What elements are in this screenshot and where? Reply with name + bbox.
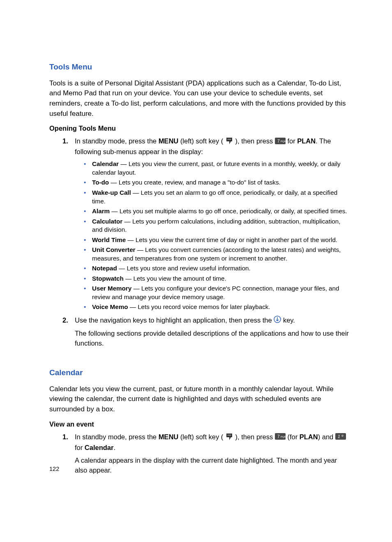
cal-step1-following: A calendar appears in the display with t… (75, 456, 351, 475)
step1-text-c: ), then press (235, 138, 275, 145)
svg-point-0 (228, 139, 228, 140)
list-item: Wake-up Call — Lets you set an alarm to … (92, 189, 351, 205)
cal-step1-text-e: ) and (318, 433, 335, 441)
cal-step1-text-a: In standby mode, press the (75, 433, 159, 441)
subheading-opening-tools: Opening Tools Menu (49, 124, 351, 133)
section-tools-menu: Tools Menu Tools is a suite of Personal … (49, 62, 351, 348)
svg-text:7: 7 (277, 434, 280, 439)
svg-point-8 (229, 435, 230, 436)
submenu-name: Calculator (92, 218, 122, 225)
svg-text:7: 7 (277, 139, 280, 143)
list-item: Calendar — Lets you view the current, pa… (92, 160, 351, 177)
key-7-icon: 7PQRS (275, 433, 286, 442)
subheading-view-event: View an event (49, 420, 351, 429)
submenu-desc: — Lets you store and review useful infor… (117, 265, 251, 272)
softkey-icon (225, 432, 233, 443)
cal-step1-text-c: ), then press (235, 433, 275, 441)
submenu-name: Calendar (92, 160, 119, 167)
submenu-desc: — Lets you create, review, and manage a … (109, 179, 281, 186)
step2-text-a: Use the navigation keys to highlight an … (75, 316, 274, 324)
step1-menu-bold: MENU (159, 138, 179, 145)
svg-text:1: 1 (338, 434, 340, 439)
svg-point-7 (228, 435, 228, 436)
svg-text:PQRS: PQRS (281, 436, 286, 438)
step1-text-b: (left) soft key ( (178, 138, 223, 145)
key-7-icon: 7PQRS (275, 137, 286, 147)
list-item: Calculator — Lets you perform calculatio… (92, 217, 351, 234)
svg-point-9 (230, 435, 231, 436)
heading-calendar: Calendar (49, 367, 351, 378)
submenu-name: Voice Memo (92, 303, 128, 310)
svg-rect-13 (335, 433, 346, 440)
cal-step1-calendar-bold: Calendar (85, 444, 114, 451)
softkey-icon (225, 136, 233, 147)
submenu-desc: — Lets you view the current, past, or fu… (92, 160, 341, 176)
cal-step1-text-f: for (75, 444, 85, 451)
step1-plan-bold: PLAN (297, 138, 316, 145)
submenu-name: Unit Converter (92, 246, 135, 253)
submenu-desc: — Lets you view the current time of day … (126, 236, 337, 243)
tools-step-1: 1. In standby mode, press the MENU (left… (75, 136, 351, 311)
tools-step-2: 2. Use the navigation keys to highlight … (75, 316, 351, 349)
step1-text-d: for (287, 138, 297, 145)
submenu-name: Alarm (92, 208, 110, 214)
section-calendar: Calendar Calendar lets you view the curr… (49, 367, 351, 475)
list-item: User Memory — Lets you configure your de… (92, 284, 351, 301)
list-item: Voice Memo — Lets you record voice memos… (92, 303, 351, 311)
svg-point-2 (230, 139, 231, 140)
submenu-desc: — Lets you record voice memos for later … (128, 303, 270, 310)
step2-following: The following sections provide detailed … (75, 329, 351, 348)
navigation-key-icon (274, 316, 281, 325)
step2-text-b: key. (283, 316, 295, 324)
submenu-name: Stopwatch (92, 275, 124, 282)
heading-tools-menu: Tools Menu (49, 62, 351, 73)
svg-point-1 (229, 139, 230, 140)
cal-step1-text-g: . (113, 444, 115, 451)
manual-page: Tools Menu Tools is a suite of Personal … (0, 0, 392, 497)
step-number: 2. (62, 316, 68, 325)
submenu-name: World Time (92, 236, 126, 243)
submenu-desc: — Lets you set multiple alarms to go off… (110, 208, 347, 214)
list-item: World Time — Lets you view the current t… (92, 236, 351, 244)
svg-text:@: @ (341, 434, 344, 437)
cal-step1-menu-bold: MENU (159, 433, 179, 441)
section-gap (49, 353, 351, 367)
list-item: Stopwatch — Lets you view the amount of … (92, 274, 351, 283)
submenu-desc: — Lets you view the amount of time. (124, 275, 226, 282)
list-item: Alarm — Lets you set multiple alarms to … (92, 207, 351, 216)
submenu-name: Notepad (92, 265, 117, 272)
submenu-name: Wake-up Call (92, 189, 131, 196)
list-item: To-do — Lets you create, review, and man… (92, 178, 351, 187)
key-1-icon: 1@ (335, 433, 346, 442)
step-number: 1. (62, 136, 68, 146)
step1-text-a: In standby mode, press the (75, 138, 159, 145)
page-number: 122 (49, 466, 59, 472)
tools-intro-paragraph: Tools is a suite of Personal Digital Ass… (49, 78, 351, 119)
tools-steps-list: 1. In standby mode, press the MENU (left… (49, 136, 351, 348)
calendar-step-1: 1. In standby mode, press the MENU (left… (75, 432, 351, 475)
calendar-intro-paragraph: Calendar lets you view the current, past… (49, 384, 351, 415)
tools-submenu-list: Calendar — Lets you view the current, pa… (75, 160, 351, 311)
svg-text:PQRS: PQRS (281, 140, 286, 143)
cal-step1-text-b: (left) soft key ( (178, 433, 223, 441)
submenu-name: To-do (92, 179, 109, 186)
submenu-desc: — Lets you perform calculations, includi… (92, 218, 340, 233)
calendar-steps-list: 1. In standby mode, press the MENU (left… (49, 432, 351, 475)
cal-step1-plan-bold: PLAN (300, 433, 318, 441)
submenu-name: User Memory (92, 285, 131, 292)
list-item: Unit Converter — Lets you convert curren… (92, 246, 351, 263)
list-item: Notepad — Lets you store and review usef… (92, 264, 351, 273)
cal-step1-text-d: (for (287, 433, 299, 441)
step-number: 1. (62, 432, 68, 442)
